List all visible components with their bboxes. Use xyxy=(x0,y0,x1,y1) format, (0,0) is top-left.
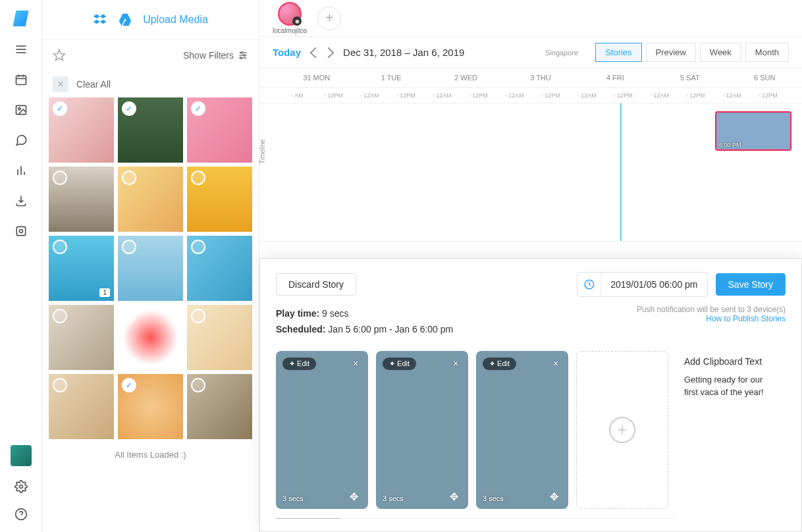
media-thumb[interactable] xyxy=(118,236,183,301)
today-button[interactable]: Today xyxy=(273,47,301,58)
next-week-button[interactable] xyxy=(323,47,334,58)
story-card[interactable]: ✦ Edit×3 secs✥ xyxy=(376,351,468,509)
media-thumb[interactable] xyxy=(187,167,252,232)
add-account-button[interactable]: + xyxy=(317,7,341,30)
select-checkbox-icon[interactable] xyxy=(191,101,205,116)
help-icon[interactable] xyxy=(14,507,28,521)
clear-all-label[interactable]: Clear All xyxy=(76,79,111,90)
select-checkbox-icon[interactable] xyxy=(53,101,67,116)
edit-button[interactable]: ✦ Edit xyxy=(383,358,416,370)
drag-handle-icon[interactable]: ✥ xyxy=(350,491,361,502)
select-checkbox-icon[interactable] xyxy=(122,309,136,323)
discard-story-button[interactable]: Discard Story xyxy=(276,273,356,296)
media-thumb[interactable] xyxy=(49,305,114,370)
clipboard-body: Getting ready for our first vaca of the … xyxy=(684,373,778,399)
remove-card-button[interactable]: × xyxy=(550,358,562,369)
duration-label: 3 secs xyxy=(483,494,504,502)
calendar-icon[interactable] xyxy=(14,72,28,87)
media-thumb[interactable]: 1 xyxy=(49,236,114,301)
select-checkbox-icon[interactable] xyxy=(53,309,67,323)
media-thumb[interactable] xyxy=(49,97,114,163)
media-thumb[interactable] xyxy=(187,374,252,439)
media-thumb[interactable] xyxy=(187,97,252,163)
media-panel: Upload Media Show Filters × Clear All 1 … xyxy=(42,0,259,532)
scheduled-post-time: 6:00 PM xyxy=(719,142,741,148)
select-checkbox-icon[interactable] xyxy=(191,309,205,323)
media-thumb[interactable] xyxy=(49,374,114,439)
app-logo-icon xyxy=(13,11,29,26)
clipboard-panel[interactable]: Add Clipboard TextGetting ready for our … xyxy=(676,351,786,509)
tab-preview[interactable]: Preview xyxy=(646,43,696,62)
media-thumb[interactable] xyxy=(49,167,114,232)
googledrive-icon[interactable] xyxy=(118,13,132,27)
hour-tick: 12AM xyxy=(352,88,388,103)
media-thumb[interactable] xyxy=(187,305,252,370)
svg-point-13 xyxy=(19,230,22,233)
tab-week[interactable]: Week xyxy=(700,43,741,62)
menu-icon[interactable] xyxy=(14,42,28,57)
day-header: 2 WED xyxy=(429,68,503,87)
svg-marker-17 xyxy=(54,50,65,61)
hour-tick: 12PM xyxy=(460,88,496,103)
select-checkbox-icon[interactable] xyxy=(122,101,136,116)
day-header: 31 MON xyxy=(279,68,354,87)
notification-text: Push notification will be sent to 3 devi… xyxy=(637,305,786,314)
media-thumb[interactable] xyxy=(187,236,252,301)
remove-card-button[interactable]: × xyxy=(350,358,361,369)
tab-month[interactable]: Month xyxy=(745,43,789,62)
help-link[interactable]: How to Publish Stories xyxy=(637,314,786,323)
select-checkbox-icon[interactable] xyxy=(122,378,136,392)
target-icon[interactable] xyxy=(14,224,28,238)
save-story-button[interactable]: Save Story xyxy=(716,273,786,296)
edit-button[interactable]: ✦ Edit xyxy=(483,358,516,370)
scheduled-post[interactable]: 6:00 PM xyxy=(715,111,791,151)
analytics-icon[interactable] xyxy=(14,163,28,178)
day-header: 5 SAT xyxy=(653,68,727,87)
media-thumb[interactable] xyxy=(118,97,183,163)
duration-label: 3 secs xyxy=(282,494,304,502)
settings-icon[interactable] xyxy=(14,479,28,494)
select-checkbox-icon[interactable] xyxy=(53,240,67,254)
select-checkbox-icon[interactable] xyxy=(191,378,205,392)
select-checkbox-icon[interactable] xyxy=(53,378,67,392)
account-selector[interactable]: ◉ localmojitos xyxy=(273,2,307,34)
instagram-badge-icon: ◉ xyxy=(292,16,302,26)
media-thumb[interactable] xyxy=(118,374,183,439)
dropbox-icon[interactable] xyxy=(93,13,107,27)
drag-handle-icon[interactable]: ✥ xyxy=(450,491,462,502)
add-card-button[interactable]: + xyxy=(576,351,668,509)
select-checkbox-icon[interactable] xyxy=(53,171,67,185)
select-checkbox-icon[interactable] xyxy=(191,240,205,254)
clear-selection-button[interactable]: × xyxy=(53,76,68,92)
story-card[interactable]: ✦ Edit×3 secs✥ xyxy=(276,351,368,509)
day-header: 1 TUE xyxy=(354,68,428,87)
media-thumb[interactable] xyxy=(118,305,183,370)
image-icon[interactable] xyxy=(14,103,28,117)
hour-tick: 12PM xyxy=(605,88,641,103)
remove-card-button[interactable]: × xyxy=(450,358,462,369)
prev-week-button[interactable] xyxy=(310,47,321,58)
schedule-datetime-input[interactable]: 2019/01/05 06:00 pm xyxy=(601,273,707,296)
day-headers: 31 MON1 TUE2 WED3 THU4 FRI5 SAT6 SUN xyxy=(259,68,802,88)
story-card[interactable]: ✦ Edit×3 secs✥ xyxy=(476,351,568,509)
upload-media-button[interactable]: Upload Media xyxy=(143,14,208,26)
user-avatar[interactable] xyxy=(11,445,32,466)
select-checkbox-icon[interactable] xyxy=(191,171,205,185)
select-checkbox-icon[interactable] xyxy=(122,171,136,185)
timeline[interactable]: Timeline 6:00 PM xyxy=(259,103,802,242)
star-icon[interactable] xyxy=(53,49,66,62)
svg-rect-12 xyxy=(16,226,25,235)
edit-button[interactable]: ✦ Edit xyxy=(282,358,316,370)
media-thumb[interactable] xyxy=(118,167,183,232)
clipboard-title: Add Clipboard Text xyxy=(684,356,778,367)
download-icon[interactable] xyxy=(14,194,28,208)
chat-icon[interactable] xyxy=(14,133,28,147)
select-checkbox-icon[interactable] xyxy=(122,240,136,254)
show-filters-button[interactable]: Show Filters xyxy=(183,50,248,61)
svg-point-21 xyxy=(244,55,246,57)
svg-point-8 xyxy=(18,108,20,110)
drag-handle-icon[interactable]: ✥ xyxy=(550,491,562,502)
tab-stories[interactable]: Stories xyxy=(595,43,641,62)
main-area: ◉ localmojitos + Today Dec 31, 2018 – Ja… xyxy=(259,0,802,532)
hour-tick: 12PM xyxy=(388,88,424,103)
